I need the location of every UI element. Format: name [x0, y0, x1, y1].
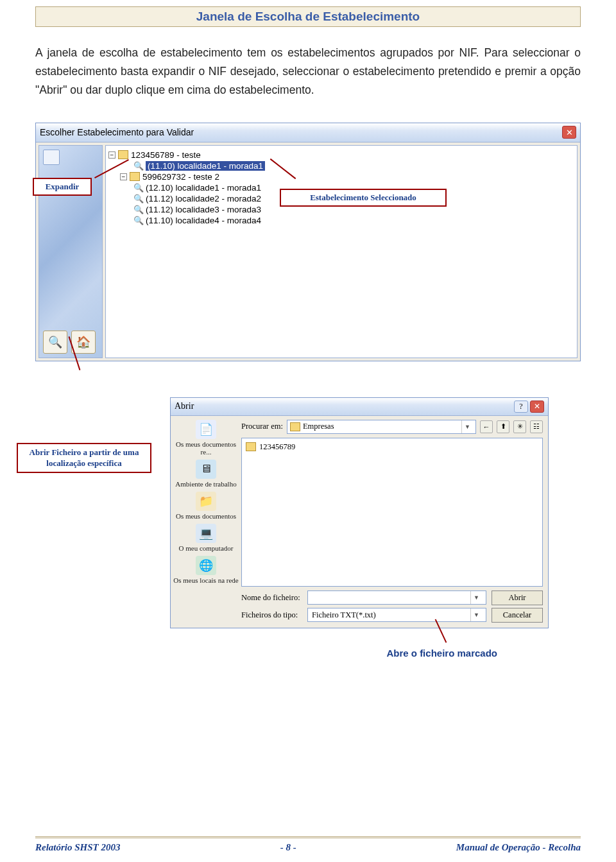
close-icon[interactable]: ✕: [530, 401, 544, 413]
views-icon[interactable]: ☷: [530, 420, 543, 433]
place-recent[interactable]: 📄Os meus documentos re...: [172, 420, 240, 456]
folder-icon: [118, 150, 128, 159]
tree-node[interactable]: (11.10) localidade4 - morada4: [146, 216, 261, 225]
tree-node[interactable]: 599629732 - teste 2: [142, 172, 219, 182]
chevron-down-icon[interactable]: ▼: [461, 420, 473, 433]
up-folder-icon[interactable]: ⬆: [497, 420, 509, 433]
new-folder-icon[interactable]: ✳: [513, 420, 526, 433]
magnifier-icon: 🔍: [134, 205, 143, 214]
filename-label: Nome do ficheiro:: [241, 593, 302, 603]
callout-expandir: Expandir: [33, 178, 92, 196]
folder-icon: [290, 422, 300, 431]
folder-icon: [246, 442, 256, 451]
page-title: Janela de Escolha de Estabelecimento: [35, 6, 581, 27]
tree-node[interactable]: 123456789 - teste: [131, 150, 201, 160]
page-footer: Relatório SHST 2003 - 8 - Manual de Oper…: [35, 836, 581, 853]
callout-selecionado: Estabelecimento Seleccionado: [280, 189, 447, 207]
dialog2-title: Abrir: [175, 401, 194, 411]
tree-node[interactable]: (11.12) localidade3 - morada3: [146, 205, 261, 214]
lookin-value: Empresas: [303, 422, 334, 431]
lookin-label: Procurar em:: [241, 422, 283, 431]
place-documents[interactable]: 📁Os meus documentos: [176, 492, 236, 520]
close-icon[interactable]: ✕: [562, 126, 576, 139]
tree-node[interactable]: (12.10) localidade1 - morada1: [146, 183, 261, 193]
folder-icon: [130, 172, 140, 181]
collapse-icon[interactable]: −: [120, 173, 127, 180]
collapse-icon[interactable]: −: [108, 151, 116, 159]
file-list[interactable]: 123456789: [241, 438, 543, 587]
lookin-combo[interactable]: Empresas ▼: [287, 420, 476, 434]
list-item[interactable]: 123456789: [246, 442, 538, 452]
places-bar: 📄Os meus documentos re... 🖥Ambiente de t…: [171, 416, 241, 628]
footer-left: Relatório SHST 2003: [35, 842, 121, 853]
place-network[interactable]: 🌐Os meus locais na rede: [173, 556, 238, 584]
magnifier-icon: 🔍: [134, 216, 143, 225]
filename-input[interactable]: ▼: [307, 590, 486, 605]
place-desktop[interactable]: 🖥Ambiente de trabalho: [175, 460, 236, 488]
open-file-button[interactable]: 🔍: [43, 331, 67, 354]
tree-node[interactable]: (11.12) localidade2 - morada2: [146, 194, 261, 203]
tree-node-selected[interactable]: (11.10) localidade1 - morada1: [146, 161, 265, 171]
magnifier-icon: 🔍: [134, 194, 143, 203]
building-button[interactable]: 🏠: [71, 331, 96, 354]
dialog1-title: Escolher Estabelecimento para Validar: [40, 127, 194, 137]
chevron-down-icon[interactable]: ▼: [470, 608, 482, 621]
tree-view[interactable]: −123456789 - teste 🔍(11.10) localidade1 …: [105, 145, 578, 358]
cancel-button[interactable]: Cancelar: [492, 608, 543, 623]
footer-right: Manual de Operação - Recolha: [456, 842, 581, 853]
intro-paragraph: A janela de escolha de estabelecimento t…: [35, 44, 581, 99]
footer-center: - 8 -: [280, 842, 296, 853]
callout-abre-marcado: Abre o ficheiro marcado: [35, 648, 581, 659]
filetype-combo[interactable]: Ficheiro TXT(*.txt)▼: [307, 608, 486, 622]
callout-abrir-ficheiro: Abrir Ficheiro a partir de uma localizaç…: [17, 443, 151, 473]
back-icon[interactable]: ←: [480, 420, 493, 433]
place-computer[interactable]: 💻O meu computador: [179, 524, 234, 552]
dialog-escolher-estabelecimento: Escolher Estabelecimento para Validar ✕ …: [35, 123, 581, 361]
help-icon[interactable]: ?: [514, 401, 528, 413]
dialog-abrir: Abrir ? ✕ 📄Os meus documentos re... 🖥Amb…: [170, 397, 549, 628]
magnifier-icon: 🔍: [134, 161, 143, 170]
chevron-down-icon[interactable]: ▼: [470, 591, 482, 604]
save-icon[interactable]: [43, 150, 60, 165]
filetype-label: Ficheiros do tipo:: [241, 610, 302, 620]
open-button[interactable]: Abrir: [492, 590, 543, 605]
magnifier-icon: 🔍: [134, 183, 143, 192]
sidebar-panel: 🔍 🏠: [38, 145, 103, 358]
